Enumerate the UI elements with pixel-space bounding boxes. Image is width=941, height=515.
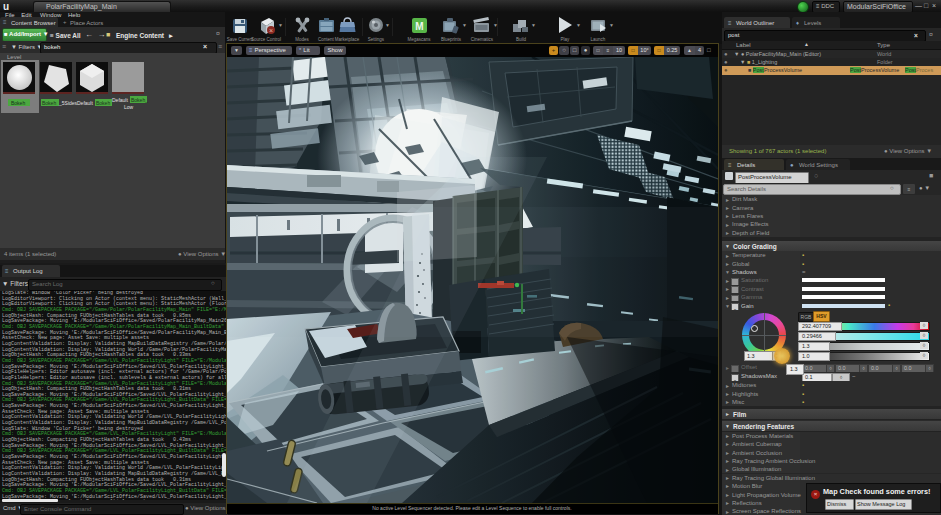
svg-text:▼: ▼ — [462, 22, 467, 28]
svg-text:Content: Content — [318, 37, 335, 42]
svg-text:Save Current: Save Current — [227, 37, 254, 42]
svg-text:Marketplace: Marketplace — [335, 37, 360, 42]
svg-text:Modes: Modes — [295, 37, 309, 42]
svg-text:Cinematics: Cinematics — [471, 37, 494, 42]
svg-text:×: × — [269, 27, 273, 34]
svg-text:▼: ▼ — [278, 22, 283, 28]
svg-text:Blueprints: Blueprints — [441, 37, 462, 42]
svg-text:▼: ▼ — [385, 22, 390, 28]
svg-text:Source Control: Source Control — [251, 37, 281, 42]
svg-text:▼: ▼ — [531, 22, 536, 28]
svg-text:Settings: Settings — [368, 37, 385, 42]
svg-text:Build: Build — [516, 37, 527, 42]
svg-text:▼: ▼ — [576, 22, 581, 28]
svg-text:M: M — [415, 21, 423, 32]
svg-text:Launch: Launch — [591, 37, 606, 42]
svg-text:Play: Play — [561, 37, 571, 42]
svg-text:▼: ▼ — [609, 22, 614, 28]
svg-text:Megascans: Megascans — [407, 37, 431, 42]
svg-text:▼: ▼ — [493, 22, 498, 28]
